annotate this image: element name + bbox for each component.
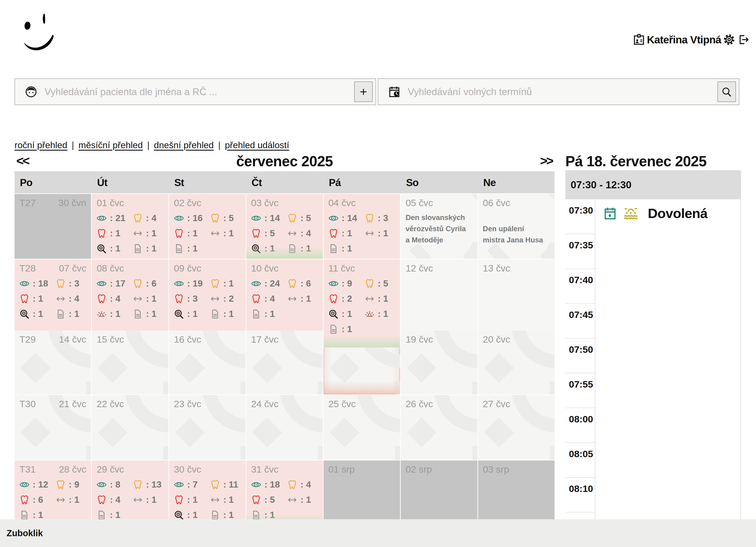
time-slot[interactable]: 08:10 <box>565 478 595 512</box>
stat-transfer-arrow: : 4 <box>56 293 86 304</box>
holiday-note: Den slovanských věrozvěstů Cyrila a Meto… <box>406 212 468 246</box>
day-cell[interactable]: 04 čvc: 14: 3: 1: 1: 1 <box>324 194 400 259</box>
time-slot[interactable]: 07:35 <box>565 234 595 269</box>
day-cell[interactable]: 31 čvc: 18: 4: 5: 1: 1 <box>246 460 323 527</box>
day-cell[interactable]: 03 čvc: 14: 5: 5: 4: 1: 1 <box>246 194 323 259</box>
day-cell[interactable]: 26 čvc <box>401 395 477 460</box>
day-cell[interactable]: 03 srp <box>478 460 555 527</box>
date-line: 20 čvc <box>483 334 550 345</box>
day-cell[interactable]: 27 čvc <box>478 395 555 460</box>
day-cell[interactable]: 12 čvc <box>401 260 477 338</box>
patient-search-input[interactable] <box>44 86 348 98</box>
slot-search-input[interactable] <box>407 86 711 98</box>
stat-document: : 1 <box>210 510 241 520</box>
day-cell[interactable]: 25 čvc <box>324 395 400 460</box>
nav-link-3[interactable]: dnešní přehled <box>154 140 214 150</box>
time-slot[interactable]: 07:30 <box>565 199 595 234</box>
day-cell[interactable]: 19 čvc <box>401 330 477 394</box>
day-cell[interactable]: 22 čvc <box>92 395 168 460</box>
stat-tooth-orange: : 5 <box>365 278 395 289</box>
transfer-arrow-icon <box>133 294 143 304</box>
time-slot[interactable]: 07:50 <box>565 338 595 373</box>
day-date: 13 čvc <box>483 263 510 274</box>
time-slot[interactable]: 08:00 <box>565 408 595 443</box>
tooth-red-icon <box>251 294 261 304</box>
document-icon <box>133 244 143 254</box>
stat-count: : 1 <box>264 309 275 319</box>
stat-transfer-arrow: : 1 <box>287 293 318 304</box>
day-cell[interactable]: 23 čvc <box>169 395 246 460</box>
logout-icon[interactable] <box>737 33 749 46</box>
day-cell[interactable]: T2914 čvc <box>15 330 91 394</box>
day-cell[interactable]: T2730 čvn <box>15 194 91 259</box>
tooth-red-icon <box>328 228 339 239</box>
day-cell[interactable]: 01 srp <box>324 460 400 527</box>
event-title: Dovolená <box>648 206 708 221</box>
stat-count: : 5 <box>223 213 234 223</box>
add-patient-button[interactable]: + <box>354 82 373 102</box>
vacation-event[interactable]: Dovolená <box>603 206 741 221</box>
day-cell[interactable]: 30 čvc: 7: 11: 1: 1: 1: 1 <box>169 460 246 527</box>
next-month-button[interactable]: >> <box>540 153 552 168</box>
stat-tooth-orange: : 6 <box>287 278 318 289</box>
stat-count: : 1 <box>146 293 156 304</box>
day-cell[interactable]: 02 srp <box>401 460 477 527</box>
day-cell[interactable]: T3128 čvc: 12: 9: 6: 1: 1 <box>15 460 91 527</box>
stat-tooth-red: : 4 <box>251 293 287 304</box>
brand-name: Zuboklik <box>7 528 43 538</box>
transfer-arrow-icon <box>133 228 143 239</box>
stat-tooth-orange: : 9 <box>56 479 86 490</box>
time-slot[interactable]: 07:45 <box>565 304 595 338</box>
day-cell[interactable]: 13 čvc <box>478 260 555 338</box>
search-slots-button[interactable] <box>717 82 736 102</box>
stat-count: : 1 <box>69 495 79 505</box>
date-line: 27 čvc <box>483 398 550 410</box>
day-date: 16 čvc <box>174 334 201 345</box>
day-cell[interactable]: T2807 čvc: 18: 3: 1: 4: 1: 1 <box>15 260 91 338</box>
nav-separator: | <box>147 140 150 150</box>
search-row: + <box>15 78 739 105</box>
time-slot[interactable]: 07:55 <box>565 373 595 408</box>
day-cell[interactable]: 06 čvcDen upálení mistra Jana Husa <box>478 194 555 259</box>
day-cell[interactable]: 17 čvc <box>246 330 323 394</box>
day-date: 06 čvc <box>483 198 510 209</box>
day-cell[interactable]: 05 čvcDen slovanských věrozvěstů Cyrila … <box>401 194 477 259</box>
day-cell[interactable]: T3021 čvc <box>15 395 91 460</box>
day-cell[interactable]: 20 čvc <box>478 330 555 394</box>
date-line: T2914 čvc <box>19 334 86 345</box>
nav-link-2[interactable]: měsíční přehled <box>78 140 143 150</box>
stat-exam-magnifier: : 1 <box>19 309 56 319</box>
week-label: T28 <box>19 263 36 274</box>
week-label: T29 <box>19 334 36 345</box>
transfer-arrow-icon <box>133 495 143 505</box>
face-icon <box>25 85 37 98</box>
stat-count: : 1 <box>187 495 198 505</box>
stat-count: : 1 <box>300 293 311 304</box>
day-cell[interactable]: 10 čvc: 24: 6: 4: 1: 1 <box>246 260 323 338</box>
stat-count: : 1 <box>146 228 156 239</box>
day-cell[interactable]: 15 čvc <box>92 330 168 394</box>
tooth-red-icon <box>174 294 184 304</box>
day-cell[interactable]: 09 čvc: 19: 1: 3: 2: 1: 1 <box>169 260 246 338</box>
day-cell[interactable]: 11 čvc: 9: 5: 2: 1: 1: 1: 1 <box>324 260 400 347</box>
day-cell[interactable]: 16 čvc <box>169 330 246 394</box>
stat-count: : 1 <box>33 309 43 319</box>
time-slot[interactable]: 07:40 <box>565 269 595 304</box>
date-line: 09 čvc <box>174 263 241 274</box>
stat-tooth-orange: : 5 <box>210 213 241 223</box>
nav-link-1[interactable]: roční přehled <box>15 140 67 150</box>
gear-icon[interactable] <box>723 33 735 46</box>
stat-count: : 1 <box>378 228 388 239</box>
stat-count: : 4 <box>300 479 311 490</box>
day-cell[interactable]: 02 čvc: 16: 5: 1: 1: 1 <box>169 194 246 259</box>
day-cell[interactable]: 29 čvc: 8: 13: 4: 1: 1 <box>92 460 168 527</box>
day-cell[interactable]: 01 čvc: 21: 4: 1: 1: 1: 1 <box>92 194 168 259</box>
eye-icon <box>97 480 107 490</box>
day-date: 31 čvc <box>251 464 278 475</box>
day-cell[interactable]: 08 čvc: 17: 6: 4: 1: 1: 1 <box>92 260 168 338</box>
time-slot[interactable]: 08:05 <box>565 443 595 478</box>
eye-icon <box>97 213 107 223</box>
nav-link-4[interactable]: přehled událostí <box>225 140 289 150</box>
day-cell[interactable]: 24 čvc <box>246 395 323 460</box>
weekday-label: Pá <box>324 171 400 193</box>
